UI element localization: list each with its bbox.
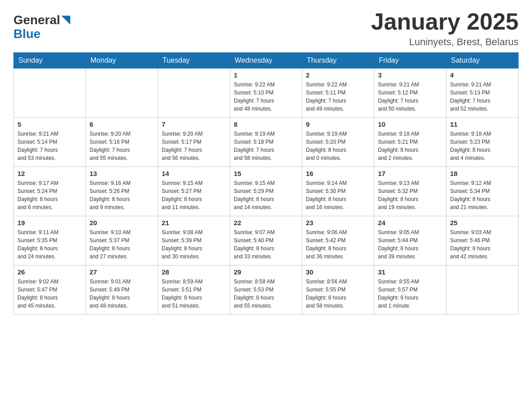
week-row-2: 5Sunrise: 9:21 AMSunset: 5:14 PMDaylight… bbox=[14, 118, 519, 167]
calendar-cell: 24Sunrise: 9:05 AMSunset: 5:44 PMDayligh… bbox=[374, 216, 446, 265]
logo-blue-text: Blue bbox=[13, 27, 70, 41]
calendar-cell: 13Sunrise: 9:16 AMSunset: 5:26 PMDayligh… bbox=[86, 167, 158, 216]
day-number: 18 bbox=[450, 170, 515, 177]
calendar-cell: 29Sunrise: 8:58 AMSunset: 5:53 PMDayligh… bbox=[230, 265, 302, 315]
day-info: Sunrise: 9:01 AMSunset: 5:49 PMDaylight:… bbox=[90, 278, 154, 310]
day-info: Sunrise: 9:15 AMSunset: 5:29 PMDaylight:… bbox=[234, 179, 298, 211]
day-info: Sunrise: 9:20 AMSunset: 5:17 PMDaylight:… bbox=[162, 130, 226, 162]
day-info: Sunrise: 9:12 AMSunset: 5:34 PMDaylight:… bbox=[450, 179, 515, 211]
header-friday: Friday bbox=[374, 53, 446, 68]
calendar-cell: 22Sunrise: 9:07 AMSunset: 5:40 PMDayligh… bbox=[230, 216, 302, 265]
day-info: Sunrise: 9:08 AMSunset: 5:39 PMDaylight:… bbox=[162, 228, 226, 261]
day-info: Sunrise: 9:21 AMSunset: 5:12 PMDaylight:… bbox=[378, 81, 442, 113]
day-info: Sunrise: 8:58 AMSunset: 5:53 PMDaylight:… bbox=[234, 278, 298, 310]
day-number: 16 bbox=[306, 170, 370, 177]
day-number: 3 bbox=[378, 71, 442, 79]
day-number: 5 bbox=[17, 120, 82, 128]
day-number: 6 bbox=[90, 120, 154, 128]
day-info: Sunrise: 9:05 AMSunset: 5:44 PMDaylight:… bbox=[378, 228, 442, 261]
day-number: 31 bbox=[378, 268, 442, 276]
day-info: Sunrise: 9:14 AMSunset: 5:30 PMDaylight:… bbox=[306, 179, 370, 211]
logo-triangle-icon bbox=[61, 16, 70, 25]
logo-general-text: General bbox=[13, 13, 60, 27]
logo: General Blue bbox=[13, 13, 70, 41]
day-info: Sunrise: 9:11 AMSunset: 5:35 PMDaylight:… bbox=[17, 228, 82, 261]
day-number: 22 bbox=[234, 219, 298, 227]
day-number: 4 bbox=[450, 71, 515, 79]
day-number: 2 bbox=[306, 71, 370, 79]
header-wednesday: Wednesday bbox=[230, 53, 302, 68]
month-title: January 2025 bbox=[371, 9, 519, 34]
header-tuesday: Tuesday bbox=[158, 53, 230, 68]
day-number: 20 bbox=[90, 219, 154, 227]
day-info: Sunrise: 9:06 AMSunset: 5:42 PMDaylight:… bbox=[306, 228, 370, 261]
day-number: 29 bbox=[234, 268, 298, 276]
day-info: Sunrise: 9:18 AMSunset: 5:21 PMDaylight:… bbox=[378, 130, 442, 162]
calendar-cell: 18Sunrise: 9:12 AMSunset: 5:34 PMDayligh… bbox=[446, 167, 519, 216]
calendar-cell: 1Sunrise: 9:22 AMSunset: 5:10 PMDaylight… bbox=[230, 68, 302, 118]
week-row-5: 26Sunrise: 9:02 AMSunset: 5:47 PMDayligh… bbox=[14, 265, 519, 315]
calendar-cell: 15Sunrise: 9:15 AMSunset: 5:29 PMDayligh… bbox=[230, 167, 302, 216]
calendar-cell: 11Sunrise: 9:18 AMSunset: 5:23 PMDayligh… bbox=[446, 118, 519, 167]
calendar-cell: 30Sunrise: 8:56 AMSunset: 5:55 PMDayligh… bbox=[302, 265, 374, 315]
calendar-cell: 12Sunrise: 9:17 AMSunset: 5:24 PMDayligh… bbox=[14, 167, 86, 216]
day-info: Sunrise: 9:18 AMSunset: 5:23 PMDaylight:… bbox=[450, 130, 515, 162]
day-number: 13 bbox=[90, 170, 154, 177]
calendar-cell: 9Sunrise: 9:19 AMSunset: 5:20 PMDaylight… bbox=[302, 118, 374, 167]
day-number: 10 bbox=[378, 120, 442, 128]
day-number: 23 bbox=[306, 219, 370, 227]
header-thursday: Thursday bbox=[302, 53, 374, 68]
calendar-cell: 3Sunrise: 9:21 AMSunset: 5:12 PMDaylight… bbox=[374, 68, 446, 118]
calendar-cell: 16Sunrise: 9:14 AMSunset: 5:30 PMDayligh… bbox=[302, 167, 374, 216]
calendar-cell: 25Sunrise: 9:03 AMSunset: 5:46 PMDayligh… bbox=[446, 216, 519, 265]
calendar-cell: 6Sunrise: 9:20 AMSunset: 5:16 PMDaylight… bbox=[86, 118, 158, 167]
day-number: 27 bbox=[90, 268, 154, 276]
day-info: Sunrise: 8:55 AMSunset: 5:57 PMDaylight:… bbox=[378, 278, 442, 310]
calendar-cell: 10Sunrise: 9:18 AMSunset: 5:21 PMDayligh… bbox=[374, 118, 446, 167]
calendar-cell: 31Sunrise: 8:55 AMSunset: 5:57 PMDayligh… bbox=[374, 265, 446, 315]
day-info: Sunrise: 9:16 AMSunset: 5:26 PMDaylight:… bbox=[90, 179, 154, 211]
calendar-cell: 28Sunrise: 8:59 AMSunset: 5:51 PMDayligh… bbox=[158, 265, 230, 315]
calendar-cell: 2Sunrise: 9:22 AMSunset: 5:11 PMDaylight… bbox=[302, 68, 374, 118]
day-number: 7 bbox=[162, 120, 226, 128]
calendar-table: Sunday Monday Tuesday Wednesday Thursday… bbox=[13, 52, 519, 315]
calendar-cell bbox=[86, 68, 158, 118]
day-number: 8 bbox=[234, 120, 298, 128]
day-number: 17 bbox=[378, 170, 442, 177]
day-info: Sunrise: 9:22 AMSunset: 5:11 PMDaylight:… bbox=[306, 81, 370, 113]
week-row-3: 12Sunrise: 9:17 AMSunset: 5:24 PMDayligh… bbox=[14, 167, 519, 216]
title-area: January 2025 Luninyets, Brest, Belarus bbox=[371, 9, 519, 48]
calendar-cell bbox=[158, 68, 230, 118]
day-info: Sunrise: 9:02 AMSunset: 5:47 PMDaylight:… bbox=[17, 278, 82, 310]
calendar-cell: 23Sunrise: 9:06 AMSunset: 5:42 PMDayligh… bbox=[302, 216, 374, 265]
day-number: 25 bbox=[450, 219, 515, 227]
calendar-cell: 27Sunrise: 9:01 AMSunset: 5:49 PMDayligh… bbox=[86, 265, 158, 315]
day-info: Sunrise: 9:17 AMSunset: 5:24 PMDaylight:… bbox=[17, 179, 82, 211]
day-info: Sunrise: 9:21 AMSunset: 5:14 PMDaylight:… bbox=[17, 130, 82, 162]
day-info: Sunrise: 9:19 AMSunset: 5:20 PMDaylight:… bbox=[306, 130, 370, 162]
day-info: Sunrise: 9:20 AMSunset: 5:16 PMDaylight:… bbox=[90, 130, 154, 162]
svg-marker-0 bbox=[61, 16, 70, 25]
calendar-cell bbox=[14, 68, 86, 118]
calendar-cell: 14Sunrise: 9:15 AMSunset: 5:27 PMDayligh… bbox=[158, 167, 230, 216]
header-sunday: Sunday bbox=[14, 53, 86, 68]
calendar-cell: 19Sunrise: 9:11 AMSunset: 5:35 PMDayligh… bbox=[14, 216, 86, 265]
day-info: Sunrise: 8:56 AMSunset: 5:55 PMDaylight:… bbox=[306, 278, 370, 310]
calendar-header-row: Sunday Monday Tuesday Wednesday Thursday… bbox=[14, 53, 519, 68]
header-saturday: Saturday bbox=[446, 53, 519, 68]
calendar-cell: 7Sunrise: 9:20 AMSunset: 5:17 PMDaylight… bbox=[158, 118, 230, 167]
header-monday: Monday bbox=[86, 53, 158, 68]
day-info: Sunrise: 9:13 AMSunset: 5:32 PMDaylight:… bbox=[378, 179, 442, 211]
day-info: Sunrise: 9:15 AMSunset: 5:27 PMDaylight:… bbox=[162, 179, 226, 211]
location-title: Luninyets, Brest, Belarus bbox=[371, 36, 519, 48]
day-number: 12 bbox=[17, 170, 82, 177]
day-number: 11 bbox=[450, 120, 515, 128]
day-info: Sunrise: 9:19 AMSunset: 5:18 PMDaylight:… bbox=[234, 130, 298, 162]
day-number: 19 bbox=[17, 219, 82, 227]
day-number: 26 bbox=[17, 268, 82, 276]
day-number: 21 bbox=[162, 219, 226, 227]
week-row-4: 19Sunrise: 9:11 AMSunset: 5:35 PMDayligh… bbox=[14, 216, 519, 265]
calendar-cell: 17Sunrise: 9:13 AMSunset: 5:32 PMDayligh… bbox=[374, 167, 446, 216]
day-number: 28 bbox=[162, 268, 226, 276]
calendar-cell: 20Sunrise: 9:10 AMSunset: 5:37 PMDayligh… bbox=[86, 216, 158, 265]
